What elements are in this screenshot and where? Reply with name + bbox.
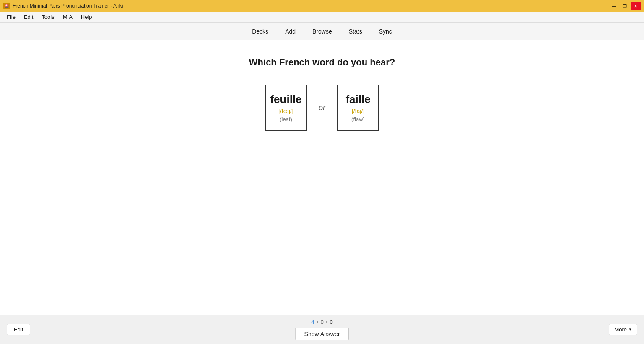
- word-cards-container: feuille [/fœj/] (leaf) or faille [/faj/]…: [265, 85, 379, 131]
- word2-meaning: (flaw): [351, 116, 365, 122]
- main-content: Which French word do you hear? feuille […: [0, 40, 644, 315]
- show-answer-button[interactable]: Show Answer: [296, 328, 349, 340]
- toolbar-browse[interactable]: Browse: [309, 26, 335, 36]
- or-separator: or: [319, 103, 325, 112]
- toolbar-decks[interactable]: Decks: [249, 26, 272, 36]
- more-button[interactable]: More ▼: [609, 324, 637, 335]
- score-zero-a: 0: [320, 319, 323, 325]
- toolbar-sync[interactable]: Sync: [376, 26, 395, 36]
- close-button[interactable]: ✕: [631, 2, 641, 10]
- menu-tools[interactable]: Tools: [38, 13, 57, 21]
- dropdown-arrow-icon: ▼: [628, 328, 632, 331]
- title-bar: 🎴 French Minimal Pairs Pronunciation Tra…: [0, 0, 644, 12]
- toolbar-stats[interactable]: Stats: [345, 26, 366, 36]
- menu-edit[interactable]: Edit: [21, 13, 36, 21]
- title-text: French Minimal Pairs Pronunciation Train…: [13, 3, 123, 9]
- minimize-button[interactable]: —: [609, 2, 619, 10]
- more-label: More: [614, 326, 627, 333]
- score-blue: 4: [311, 319, 314, 325]
- word-card-feuille[interactable]: feuille [/fœj/] (leaf): [265, 85, 307, 131]
- app-icon: 🎴: [3, 3, 10, 9]
- toolbar-add[interactable]: Add: [282, 26, 299, 36]
- score-plus2: +: [325, 319, 328, 325]
- restore-button[interactable]: ❐: [620, 2, 630, 10]
- score-line: 4 + 0 + 0: [311, 319, 332, 325]
- menu-help[interactable]: Help: [78, 13, 96, 21]
- edit-button[interactable]: Edit: [7, 324, 30, 335]
- menu-bar: File Edit Tools MIA Help: [0, 12, 644, 23]
- bottom-right: More ▼: [609, 324, 637, 335]
- word1-meaning: (leaf): [280, 116, 292, 122]
- bottom-center: 4 + 0 + 0 Show Answer: [296, 319, 349, 340]
- question-text: Which French word do you hear?: [249, 57, 395, 68]
- word1-ipa: [/fœj/]: [278, 108, 293, 114]
- word2-ipa: [/faj/]: [352, 108, 364, 114]
- score-zero-b: 0: [330, 319, 332, 325]
- bottom-bar: Edit 4 + 0 + 0 Show Answer More ▼: [0, 315, 644, 344]
- word1-label: feuille: [270, 93, 301, 106]
- bottom-left: Edit: [7, 324, 30, 335]
- menu-file[interactable]: File: [3, 13, 19, 21]
- word-card-faille[interactable]: faille [/faj/] (flaw): [337, 85, 379, 131]
- menu-mia[interactable]: MIA: [60, 13, 76, 21]
- word2-label: faille: [345, 93, 370, 106]
- score-plus1: +: [316, 319, 319, 325]
- window-controls: — ❐ ✕: [609, 2, 641, 10]
- toolbar: Decks Add Browse Stats Sync: [0, 23, 644, 40]
- title-left: 🎴 French Minimal Pairs Pronunciation Tra…: [3, 3, 123, 9]
